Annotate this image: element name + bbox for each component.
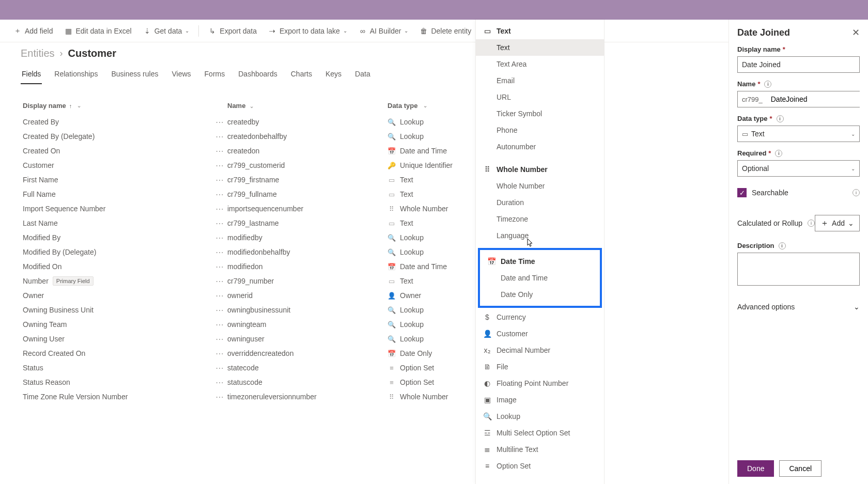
info-icon[interactable]: i <box>764 81 771 88</box>
more-actions-icon[interactable]: ⋯ <box>212 175 227 185</box>
description-input[interactable] <box>737 253 860 286</box>
tab-relationships[interactable]: Relationships <box>53 67 99 84</box>
type-option-file[interactable]: 🗎File <box>476 358 604 375</box>
edit-excel-button[interactable]: ▦ Edit data in Excel <box>60 24 135 38</box>
more-actions-icon[interactable]: ⋯ <box>212 132 227 142</box>
tab-business-rules[interactable]: Business rules <box>110 67 159 84</box>
more-actions-icon[interactable]: ⋯ <box>212 334 227 344</box>
table-row[interactable]: Time Zone Rule Version Number⋯timezoneru… <box>21 389 847 404</box>
type-option-multi-select-option-set[interactable]: ☲Multi Select Option Set <box>476 425 604 441</box>
type-option-image[interactable]: ▣Image <box>476 392 604 408</box>
more-actions-icon[interactable]: ⋯ <box>212 262 227 272</box>
tab-data[interactable]: Data <box>354 67 371 84</box>
display-name-input[interactable] <box>737 56 860 73</box>
more-actions-icon[interactable]: ⋯ <box>212 146 227 156</box>
table-row[interactable]: Created By⋯createdby🔍Lookup <box>21 115 847 129</box>
type-option-email[interactable]: Email <box>476 72 604 89</box>
more-actions-icon[interactable]: ⋯ <box>212 161 227 170</box>
done-button[interactable]: Done <box>737 460 774 477</box>
type-option-floating-point-number[interactable]: ◐Floating Point Number <box>476 375 604 392</box>
table-row[interactable]: Modified By⋯modifiedby🔍Lookup <box>21 230 847 245</box>
more-actions-icon[interactable]: ⋯ <box>212 305 227 315</box>
cell-name: modifiedby <box>227 233 388 242</box>
type-option-url[interactable]: URL <box>476 89 604 105</box>
close-button[interactable]: ✕ <box>852 27 860 38</box>
more-actions-icon[interactable]: ⋯ <box>212 349 227 358</box>
table-row[interactable]: Owning User⋯owninguser🔍Lookup <box>21 332 847 346</box>
table-row[interactable]: First Name⋯cr799_firstname▭Text <box>21 173 847 187</box>
type-option-duration[interactable]: Duration <box>476 194 604 211</box>
name-input[interactable] <box>767 91 865 107</box>
type-option-lookup[interactable]: 🔍Lookup <box>476 408 604 425</box>
tab-charts[interactable]: Charts <box>290 67 313 84</box>
more-actions-icon[interactable]: ⋯ <box>212 363 227 373</box>
info-icon[interactable]: i <box>853 189 860 196</box>
more-actions-icon[interactable]: ⋯ <box>212 378 227 387</box>
table-row[interactable]: Status Reason⋯statuscode≡Option Set <box>21 375 847 389</box>
table-row[interactable]: Owner⋯ownerid👤Owner <box>21 288 847 303</box>
table-row[interactable]: Owning Team⋯owningteam🔍Lookup <box>21 317 847 332</box>
header-display-name[interactable]: Display name ↑ ⌄ <box>21 102 227 110</box>
table-row[interactable]: Last Name⋯cr799_lastname▭Text <box>21 216 847 230</box>
type-option-whole-number[interactable]: Whole Number <box>476 178 604 194</box>
type-option-phone[interactable]: Phone <box>476 122 604 138</box>
tab-keys[interactable]: Keys <box>324 67 343 84</box>
get-data-button[interactable]: ⇣ Get data ⌄ <box>139 24 194 38</box>
type-option-decimal-number[interactable]: x₂Decimal Number <box>476 342 604 358</box>
table-row[interactable]: Full Name⋯cr799_fullname▭Text <box>21 187 847 201</box>
type-option-date-only[interactable]: Date Only <box>480 286 600 303</box>
ai-builder-button[interactable]: ∞ AI Builder ⌄ <box>354 24 413 38</box>
tab-dashboards[interactable]: Dashboards <box>237 67 278 84</box>
tab-fields[interactable]: Fields <box>21 67 42 84</box>
delete-entity-button[interactable]: 🗑 Delete entity <box>415 24 475 38</box>
type-option-currency[interactable]: $Currency <box>476 309 604 325</box>
table-row[interactable]: Modified By (Delegate)⋯modifiedonbehalfb… <box>21 245 847 259</box>
type-option-timezone[interactable]: Timezone <box>476 211 604 227</box>
more-actions-icon[interactable]: ⋯ <box>212 204 227 214</box>
breadcrumb-root[interactable]: Entities <box>21 48 55 59</box>
add-calculated-button[interactable]: ＋ Add ⌄ <box>815 215 860 231</box>
more-actions-icon[interactable]: ⋯ <box>212 291 227 301</box>
export-data-button[interactable]: ↳ Export data <box>204 24 261 38</box>
type-option-multiline-text[interactable]: ≣Multiline Text <box>476 441 604 458</box>
table-row[interactable]: Created On⋯createdon📅Date and Time <box>21 144 847 158</box>
type-option-ticker-symbol[interactable]: Ticker Symbol <box>476 105 604 122</box>
table-row[interactable]: Import Sequence Number⋯importsequencenum… <box>21 201 847 216</box>
info-icon[interactable]: i <box>808 220 815 227</box>
tab-views[interactable]: Views <box>171 67 192 84</box>
type-option-text[interactable]: Text <box>476 39 604 56</box>
info-icon[interactable]: i <box>777 115 784 122</box>
table-row[interactable]: Customer⋯cr799_customerid🔑Unique Identif… <box>21 158 847 173</box>
table-row[interactable]: NumberPrimary Field⋯cr799_number▭Text <box>21 274 847 288</box>
table-row[interactable]: Record Created On⋯overriddencreatedon📅Da… <box>21 346 847 361</box>
add-field-button[interactable]: ＋ Add field <box>9 24 57 38</box>
more-actions-icon[interactable]: ⋯ <box>212 233 227 243</box>
more-actions-icon[interactable]: ⋯ <box>212 392 227 402</box>
type-option-autonumber[interactable]: Autonumber <box>476 138 604 155</box>
more-actions-icon[interactable]: ⋯ <box>212 247 227 257</box>
export-lake-button[interactable]: ⇢ Export to data lake ⌄ <box>264 24 351 38</box>
cancel-button[interactable]: Cancel <box>779 460 822 477</box>
header-name[interactable]: Name ⌄ <box>227 102 388 110</box>
type-option-customer[interactable]: 👤Customer <box>476 325 604 342</box>
searchable-checkbox-row[interactable]: ✓ Searchable i <box>737 188 860 197</box>
type-option-option-set[interactable]: ≡Option Set <box>476 458 604 474</box>
required-select[interactable]: Optional ⌄ <box>737 160 860 177</box>
table-row[interactable]: Status⋯statecode≡Option Set <box>21 361 847 375</box>
type-option-date-and-time[interactable]: Date and Time <box>480 270 600 286</box>
table-row[interactable]: Owning Business Unit⋯owningbusinessunit🔍… <box>21 303 847 317</box>
more-actions-icon[interactable]: ⋯ <box>212 190 227 199</box>
more-actions-icon[interactable]: ⋯ <box>212 320 227 330</box>
data-type-select[interactable]: ▭ Text ⌄ <box>737 126 860 142</box>
info-icon[interactable]: i <box>775 150 782 157</box>
type-option-language[interactable]: Language <box>476 227 604 244</box>
advanced-options-toggle[interactable]: Advanced options ⌄ <box>737 303 860 311</box>
type-option-text-area[interactable]: Text Area <box>476 56 604 72</box>
tab-forms[interactable]: Forms <box>204 67 226 84</box>
table-row[interactable]: Modified On⋯modifiedon📅Date and Time <box>21 259 847 274</box>
more-actions-icon[interactable]: ⋯ <box>212 117 227 127</box>
info-icon[interactable]: i <box>779 242 786 249</box>
table-row[interactable]: Created By (Delegate)⋯createdonbehalfby🔍… <box>21 129 847 144</box>
more-actions-icon[interactable]: ⋯ <box>212 276 227 286</box>
more-actions-icon[interactable]: ⋯ <box>212 218 227 228</box>
